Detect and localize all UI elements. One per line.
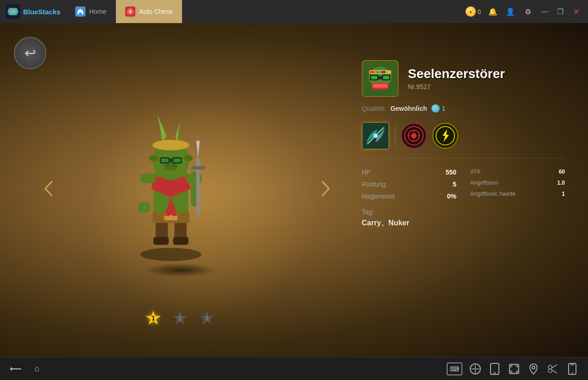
atk-label: ATK xyxy=(470,169,480,175)
attack-speed-label: Angriffstem xyxy=(470,180,498,186)
attack-range-label: Angriffsreic hweite xyxy=(470,191,515,197)
gem-icon xyxy=(431,104,440,113)
stat-attack-range: Angriffsreic hweite 1 xyxy=(470,191,565,197)
star-1[interactable]: ★ 1 xyxy=(145,308,162,328)
star-2[interactable]: ★ 2 xyxy=(171,308,189,328)
magic-resist-label: Magieresist xyxy=(362,193,395,200)
quality-label: Qualität: xyxy=(362,105,386,112)
stat-hp: HP 550 xyxy=(362,169,456,176)
stat-atk: ATK 60 xyxy=(470,169,565,175)
svg-line-63 xyxy=(552,370,557,373)
titlebar: BlueStacks Home Auto Chess ● 0 🔔 👤 ⚙ xyxy=(0,0,588,23)
stat-armor: Rüstung 5 xyxy=(362,181,456,188)
svg-point-30 xyxy=(152,140,189,151)
coin-badge: ● 0 xyxy=(466,6,481,17)
svg-rect-20 xyxy=(191,166,205,170)
svg-rect-16 xyxy=(140,174,156,183)
nav-right-button[interactable] xyxy=(314,175,337,205)
character-area: ★ 1 ★ 2 ★ 3 xyxy=(46,51,314,337)
stats-right: ATK 60 Angriffstem 1.0 Angriffsreic hwei… xyxy=(470,169,565,200)
taskbar-scissors-icon[interactable] xyxy=(546,362,559,375)
star-1-label: 1 xyxy=(152,314,155,322)
back-button[interactable]: ↩ xyxy=(14,37,46,69)
star-2-label: 2 xyxy=(178,314,182,322)
hero-portrait xyxy=(362,60,399,97)
hero-id: Nr.9527 xyxy=(408,83,505,90)
svg-rect-39 xyxy=(383,76,389,79)
close-button[interactable]: ✕ xyxy=(571,7,581,16)
taskbar-right: ⌨ xyxy=(447,362,579,375)
taskbar-mobile-svg xyxy=(568,363,577,375)
taskbar-circle-icon[interactable] xyxy=(469,362,482,375)
star-rating: ★ 1 ★ 2 ★ 3 xyxy=(145,308,216,328)
stats-grid: HP 550 Rüstung 5 Magieresist 0% ATK 6 xyxy=(362,169,565,200)
quality-value: Gewöhnlich xyxy=(390,105,427,112)
minimize-button[interactable]: — xyxy=(540,7,549,16)
taskbar-mobile-icon[interactable] xyxy=(566,362,579,375)
skill-divider xyxy=(395,124,395,147)
hero-header: Seelenzerstörer Nr.9527 xyxy=(362,60,565,97)
home-tab-icon xyxy=(75,6,85,17)
tab-autochess[interactable]: Auto Chess xyxy=(116,0,182,23)
hero-name-block: Seelenzerstörer Nr.9527 xyxy=(408,66,505,90)
info-panel: Seelenzerstörer Nr.9527 Qualität: Gewöhn… xyxy=(352,51,574,237)
taskbar-circle-svg xyxy=(469,363,481,375)
bluestacks-logo: BlueStacks xyxy=(0,4,66,19)
coin-icon: ● xyxy=(466,6,476,17)
passive-2-svg xyxy=(435,126,455,146)
tab-home[interactable]: Home xyxy=(66,0,116,23)
svg-point-61 xyxy=(548,369,552,373)
taskbar-left: ⟵ ⌂ xyxy=(9,362,43,375)
armor-label: Rüstung xyxy=(362,181,386,188)
back-arrow-icon: ↩ xyxy=(24,46,36,60)
taskbar-keyboard-icon[interactable]: ⌨ xyxy=(447,362,462,375)
svg-rect-12 xyxy=(173,237,188,245)
profile-icon[interactable]: 👤 xyxy=(505,6,516,17)
taskbar-location-icon[interactable] xyxy=(527,362,540,375)
svg-point-31 xyxy=(167,164,170,167)
svg-point-51 xyxy=(411,133,417,139)
atk-value: 60 xyxy=(559,169,565,175)
passive-1-svg xyxy=(404,126,424,146)
titlebar-controls: ● 0 🔔 👤 ⚙ — ❐ ✕ xyxy=(458,6,588,17)
star-3-label: 3 xyxy=(205,314,209,322)
passive-icon-1[interactable] xyxy=(401,123,427,149)
taskbar-back-button[interactable]: ⟵ xyxy=(9,362,22,375)
svg-point-22 xyxy=(149,155,158,161)
svg-point-8 xyxy=(140,248,202,261)
character-svg xyxy=(106,97,236,263)
chevron-left-icon xyxy=(42,179,55,198)
active-skill-icon[interactable] xyxy=(362,122,389,150)
svg-rect-44 xyxy=(370,71,375,73)
svg-rect-27 xyxy=(161,158,169,163)
settings-icon[interactable]: ⚙ xyxy=(522,6,533,17)
svg-rect-28 xyxy=(173,158,181,163)
game-area: ↩ xyxy=(0,23,588,357)
svg-point-7 xyxy=(129,10,132,13)
star-3[interactable]: ★ 3 xyxy=(198,308,216,328)
taskbar-expand-icon[interactable] xyxy=(508,362,521,375)
hero-name: Seelenzerstörer xyxy=(408,66,505,81)
stat-attack-speed: Angriffstem 1.0 xyxy=(470,180,565,186)
home-tab-label: Home xyxy=(89,8,106,15)
notification-icon[interactable]: 🔔 xyxy=(487,6,498,17)
nav-left-button[interactable] xyxy=(37,175,60,205)
autochess-tab-icon xyxy=(125,6,135,17)
passive-icon-2[interactable] xyxy=(432,123,458,149)
taskbar-scissors-svg xyxy=(547,363,559,375)
character-figure xyxy=(106,97,254,291)
svg-rect-45 xyxy=(376,71,380,73)
attack-range-value: 1 xyxy=(562,191,565,197)
svg-rect-37 xyxy=(371,76,377,79)
taskbar-home-button[interactable]: ⌂ xyxy=(30,362,43,375)
hero-portrait-svg xyxy=(363,61,398,96)
svg-rect-65 xyxy=(570,364,574,365)
taskbar-location-svg xyxy=(529,363,538,375)
taskbar-phone-icon[interactable] xyxy=(488,362,501,375)
tags-section: Tag: Carry、Nuker xyxy=(362,208,565,228)
stats-left: HP 550 Rüstung 5 Magieresist 0% xyxy=(362,169,456,200)
svg-point-66 xyxy=(572,372,573,374)
maximize-button[interactable]: ❐ xyxy=(556,7,565,16)
svg-rect-29 xyxy=(170,159,172,163)
hp-value: 550 xyxy=(446,169,456,176)
